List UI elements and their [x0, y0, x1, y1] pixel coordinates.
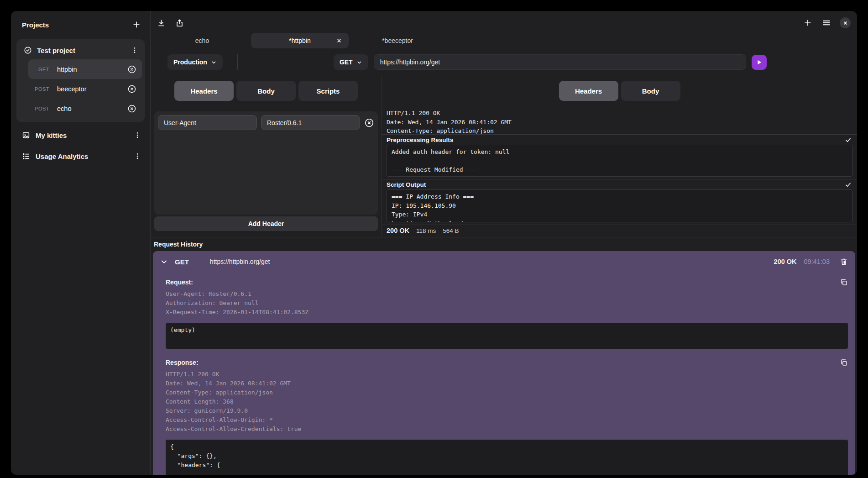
tab-label: *httpbin	[289, 37, 310, 44]
method-dropdown[interactable]: GET	[334, 54, 368, 70]
tab-label: *beeceptor	[382, 37, 413, 44]
output-line: --- Request Modified ---	[392, 165, 847, 174]
history-url: https://httpbin.org/get	[210, 258, 774, 265]
output-line: Request was modified by preprocessing sc…	[392, 174, 847, 177]
sidebar-item-usage-analytics[interactable]: Usage Analytics	[11, 146, 150, 167]
request-body-line: (empty)	[170, 326, 843, 335]
check-circle-icon	[24, 46, 32, 54]
response-header-line: Content-Type: application/json	[387, 126, 857, 135]
status-duration: 118 ms	[416, 227, 436, 234]
remove-header-icon[interactable]	[364, 118, 374, 128]
status-size: 564 B	[443, 227, 459, 234]
request-response-panels: Headers Body Scripts Add Header	[151, 75, 857, 237]
preprocessing-section: Preprocessing Results Added auth header …	[382, 135, 857, 179]
status-code: 200 OK	[387, 227, 409, 234]
url-input[interactable]	[374, 54, 746, 70]
tab-httpbin[interactable]: *httpbin	[251, 33, 349, 48]
sidebar-item-httpbin[interactable]: GET httpbin	[28, 59, 142, 79]
response-header-line: Content-Length: 368	[166, 397, 848, 406]
response-headers-preview[interactable]: HTTP/1.1 200 OK Date: Wed, 14 Jan 2026 0…	[382, 109, 857, 135]
response-status-bar: 200 OK 118 ms 564 B	[382, 225, 857, 236]
chevron-down-icon[interactable]	[160, 258, 168, 266]
add-project-button[interactable]	[131, 19, 142, 30]
tab-request-scripts[interactable]: Scripts	[298, 81, 358, 101]
request-name-label: beeceptor	[57, 85, 127, 93]
tab-response-body[interactable]: Body	[621, 81, 680, 101]
environment-label: Production	[173, 58, 207, 66]
share-button[interactable]	[174, 18, 185, 28]
response-header-line: Content-Type: application/json	[166, 388, 848, 397]
output-line: Location: Netherlands	[392, 219, 847, 223]
project-menu-button[interactable]	[130, 46, 139, 55]
history-entry-header[interactable]: GET https://httpbin.org/get 200 OK 09:41…	[160, 251, 848, 272]
collection-menu-button[interactable]	[133, 152, 142, 161]
download-icon	[157, 19, 166, 27]
history-request-body: (empty)	[166, 323, 848, 349]
check-icon	[845, 181, 852, 188]
project-group-header[interactable]: Test project	[19, 42, 142, 59]
copy-icon[interactable]	[840, 358, 848, 367]
script-output-title: Script Output	[387, 181, 426, 188]
header-row	[158, 115, 374, 130]
new-tab-button[interactable]	[802, 17, 813, 28]
dots-vertical-icon	[134, 131, 141, 139]
remove-request-icon[interactable]	[127, 65, 136, 74]
send-request-button[interactable]	[752, 55, 767, 70]
collection-name: Usage Analytics	[36, 152, 127, 160]
request-method-label: POST	[33, 106, 49, 111]
check-icon	[845, 137, 852, 143]
sidebar-item-beeceptor[interactable]: POST beeceptor	[28, 79, 142, 99]
request-label: Request:	[166, 278, 193, 286]
request-name-label: httpbin	[57, 66, 127, 73]
response-header-line: Server: gunicorn/19.9.0	[166, 406, 848, 415]
output-line: === IP Address Info ===	[392, 192, 847, 201]
add-header-button[interactable]: Add Header	[154, 216, 378, 231]
remove-request-icon[interactable]	[127, 104, 136, 113]
response-header-line: Date: Wed, 14 Jan 2026 08:41:02 GMT	[387, 118, 857, 127]
response-header-line: Date: Wed, 14 Jan 2026 08:41:02 GMT	[166, 379, 848, 388]
request-bar: Production GET	[151, 49, 857, 75]
header-value-input[interactable]	[261, 115, 360, 130]
copy-icon[interactable]	[840, 278, 848, 286]
chevron-down-icon	[356, 59, 362, 65]
history-response-headers: HTTP/1.1 200 OK Date: Wed, 14 Jan 2026 0…	[166, 370, 848, 434]
remove-request-icon[interactable]	[127, 84, 136, 94]
response-header-line: HTTP/1.1 200 OK	[387, 109, 857, 118]
sidebar-item-echo[interactable]: POST echo	[28, 99, 142, 118]
divider	[237, 54, 238, 70]
document-tabstrip: echo *httpbin *beeceptor	[151, 32, 857, 49]
menu-button[interactable]	[821, 17, 832, 28]
response-header-line: HTTP/1.1 200 OK	[166, 370, 848, 379]
request-header-line: X-Request-Time: 2026-01-14T08:41:02.853Z	[166, 308, 848, 317]
main-area: echo *httpbin *beeceptor Production	[151, 11, 857, 475]
script-output[interactable]: === IP Address Info === IP: 195.146.105.…	[387, 189, 852, 222]
download-button[interactable]	[156, 18, 167, 28]
sidebar-item-my-kitties[interactable]: My kitties	[11, 125, 150, 146]
method-label: GET	[340, 58, 353, 66]
plus-icon	[803, 18, 812, 27]
tab-beeceptor[interactable]: *beeceptor	[349, 33, 446, 48]
history-method: GET	[175, 258, 189, 266]
tab-request-body[interactable]: Body	[236, 81, 296, 101]
tab-request-headers[interactable]: Headers	[174, 81, 234, 101]
list-icon	[22, 152, 30, 160]
trash-icon[interactable]	[840, 257, 848, 266]
preprocessing-output[interactable]: Added auth header for token: null --- Re…	[387, 145, 852, 177]
project-group: Test project GET httpbin POST beeceptor	[16, 39, 145, 122]
response-body-line: "args": {},	[170, 452, 843, 461]
tab-response-headers[interactable]: Headers	[559, 81, 618, 101]
tab-echo[interactable]: echo	[153, 33, 251, 48]
request-history-section: Request History GET https://httpbin.org/…	[151, 237, 857, 475]
history-response-body: { "args": {}, "headers": {	[166, 440, 848, 475]
history-request-headers: User-Agent: Roster/0.6.1 Authorization: …	[166, 289, 848, 317]
history-status: 200 OK	[774, 258, 797, 265]
environment-dropdown[interactable]: Production	[167, 54, 223, 70]
request-header-line: User-Agent: Roster/0.6.1	[166, 289, 848, 299]
response-header-line: Access-Control-Allow-Credentials: true	[166, 425, 848, 434]
request-name-label: echo	[57, 105, 127, 112]
collection-menu-button[interactable]	[133, 131, 142, 140]
header-key-input[interactable]	[158, 115, 257, 130]
project-name: Test project	[37, 47, 125, 54]
close-tab-icon[interactable]	[336, 38, 342, 43]
window-close-button[interactable]	[840, 17, 851, 28]
